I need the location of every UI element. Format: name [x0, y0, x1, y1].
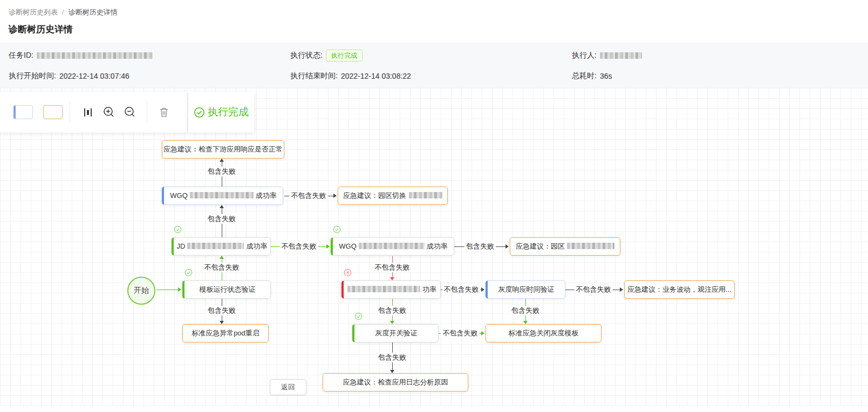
exec-status-field: 执行状态: 执行完成: [290, 50, 572, 61]
edge-label: 包含失败: [377, 306, 408, 315]
breadcrumb: 诊断树历史列表/诊断树历史详情: [9, 8, 859, 17]
task-id-label: 任务ID:: [9, 51, 33, 60]
success-status-icon: [174, 225, 182, 234]
zoom-in-icon[interactable]: [102, 106, 115, 119]
node-label: 标准应急异常pod重启: [192, 329, 259, 337]
breadcrumb-current: 诊断树历史详情: [69, 8, 118, 16]
redacted-text: [190, 192, 254, 198]
start-node[interactable]: 开始: [127, 277, 155, 305]
canvas-toolbar: [0, 92, 187, 133]
edge-arrow: [505, 244, 509, 249]
node-advice-campus-switch[interactable]: 应急建议：园区切换: [338, 187, 448, 205]
exec-status-badge: 执行完成: [326, 50, 363, 61]
redacted-text: [187, 243, 244, 249]
task-id-redacted-value: [37, 52, 153, 59]
delete-icon[interactable]: [158, 106, 170, 118]
edge-arrow: [481, 287, 484, 292]
edge-arrow: [178, 287, 181, 292]
success-status-icon: [354, 312, 363, 320]
duration-field: 总耗时: 36s: [572, 71, 859, 81]
start-time-field: 执行开始时间: 2022-12-14 03:07:46: [9, 71, 290, 81]
back-button[interactable]: 返回: [270, 379, 306, 395]
duration-label: 总耗时:: [572, 71, 597, 81]
execution-info-bar: 任务ID: 执行状态: 执行完成 执行人: 执行开始时间: 2022-12-14…: [0, 43, 868, 88]
edge-arrow: [220, 256, 224, 259]
start-node-label: 开始: [134, 286, 149, 296]
node-label: 成功率: [246, 242, 267, 250]
edge-label: 包含失败: [206, 306, 237, 315]
edge-label: 包含失败: [206, 214, 237, 224]
edge-arrow: [620, 287, 623, 292]
edge-arrow: [333, 194, 337, 198]
edge-label: 不包含失败: [441, 328, 480, 338]
node-jd-success-rate[interactable]: JD成功率: [172, 237, 271, 256]
blue-node-shape-icon[interactable]: [13, 105, 33, 119]
edge-label: 不包含失败: [280, 242, 318, 251]
page-title: 诊断树历史详情: [9, 23, 859, 36]
node-label: 成功率: [256, 191, 277, 200]
edge-line: [156, 290, 179, 290]
edge-arrow: [481, 331, 484, 335]
breadcrumb-separator: /: [62, 8, 64, 16]
check-circle-icon: [194, 107, 205, 118]
fit-view-icon[interactable]: [83, 107, 93, 118]
node-label: WGQ: [339, 242, 357, 250]
start-time-label: 执行开始时间:: [9, 71, 56, 81]
redacted-text: [409, 192, 442, 198]
node-template-run-status-check[interactable]: 模板运行状态验证: [182, 280, 271, 299]
node-close-gray-template[interactable]: 标准应急关闭灰度模板: [486, 324, 602, 342]
node-label: 成功率: [427, 242, 448, 250]
node-pod-restart[interactable]: 标准应急异常pod重启: [182, 324, 269, 342]
executor-redacted-value: [600, 52, 642, 59]
edge-label: 包含失败: [377, 353, 408, 362]
edge-label: 不包含失败: [575, 285, 613, 294]
flow-canvas[interactable]: 执行完成 包含失败 不包含失败 包含失败 不包含失败 包含失败 不包含失败 不包…: [0, 88, 868, 412]
node-gray-switch-check[interactable]: 灰度开关验证: [352, 324, 439, 342]
success-status-icon: [184, 269, 193, 277]
node-gray-response-time-check[interactable]: 灰度响应时间验证: [486, 280, 565, 299]
error-status-icon: [344, 269, 352, 277]
task-id-field: 任务ID:: [9, 50, 290, 61]
exec-status-label: 执行状态:: [290, 51, 323, 60]
node-label: 应急建议：园区: [516, 242, 565, 250]
zoom-out-icon[interactable]: [124, 106, 136, 119]
breadcrumb-history-list[interactable]: 诊断树历史列表: [9, 8, 58, 16]
executor-label: 执行人:: [572, 51, 597, 60]
node-label: 应急建议：检查应用日志分析原因: [343, 378, 448, 386]
edge-label: 不包含失败: [442, 285, 481, 294]
edge-label: 包含失败: [464, 242, 496, 251]
node-advice-downstream[interactable]: 应急建议：检查下游应用响应是否正常: [162, 140, 284, 159]
execution-status-text: 执行完成: [208, 105, 249, 119]
node-label: 标准应急关闭灰度模板: [509, 329, 579, 337]
success-status-icon: [333, 225, 341, 234]
node-redacted-success-rate[interactable]: 功率: [341, 280, 441, 299]
node-label: 应急建议：园区切换: [343, 191, 406, 200]
node-label: 功率: [422, 285, 436, 293]
node-wgq-success-rate-1[interactable]: WGQ成功率: [162, 187, 283, 205]
edge-label: 包含失败: [510, 306, 541, 315]
start-time-value: 2022-12-14 03:07:46: [59, 72, 129, 80]
edge-label: 包含失败: [206, 167, 237, 176]
redacted-text: [347, 286, 420, 292]
orange-node-shape-icon[interactable]: [43, 105, 63, 119]
end-time-field: 执行结束时间: 2022-12-14 03:08:22: [290, 71, 572, 81]
node-label: 灰度开关验证: [375, 329, 418, 337]
node-label: 模板运行状态验证: [200, 285, 256, 293]
toolbar-divider: [70, 101, 70, 123]
canvas-bottom-mask: [0, 406, 868, 412]
edge-arrow: [220, 205, 224, 208]
execution-status-panel: 执行完成: [188, 92, 254, 133]
node-label: 应急建议：业务波动，观注应用...: [627, 285, 732, 293]
executor-field: 执行人:: [572, 50, 859, 61]
back-button-label: 返回: [281, 382, 295, 392]
end-time-value: 2022-12-14 03:08:22: [341, 72, 411, 80]
node-label: 灰度响应时间验证: [498, 285, 555, 293]
node-advice-business-fluctuation[interactable]: 应急建议：业务波动，观注应用...: [624, 280, 735, 299]
node-wgq-success-rate-2[interactable]: WGQ成功率: [331, 237, 454, 256]
node-advice-check-logs[interactable]: 应急建议：检查应用日志分析原因: [323, 373, 468, 392]
node-advice-campus[interactable]: 应急建议：园区: [510, 237, 620, 256]
duration-value: 36s: [600, 72, 612, 80]
edge-label: 不包含失败: [373, 263, 412, 272]
end-time-label: 执行结束时间:: [290, 71, 338, 81]
redacted-text: [567, 243, 614, 249]
